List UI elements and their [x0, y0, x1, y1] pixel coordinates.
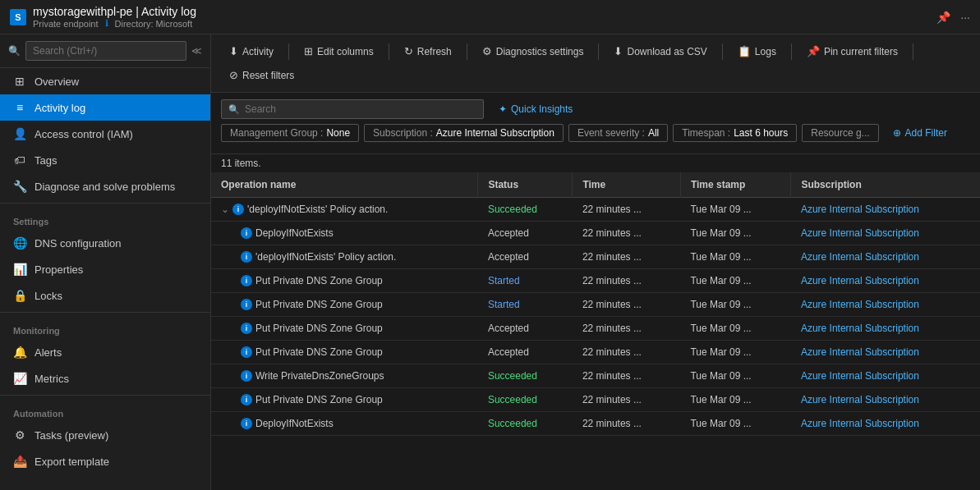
- sidebar-item-diagnose[interactable]: 🔧 Diagnose and solve problems: [0, 173, 210, 199]
- subscription-cell[interactable]: Azure Internal Subscription: [791, 245, 980, 269]
- properties-label: Properties: [35, 263, 83, 276]
- search-insights-row: 🔍 ✦ Quick Insights: [221, 99, 970, 119]
- subscription-cell[interactable]: Azure Internal Subscription: [791, 198, 980, 222]
- subscription-cell[interactable]: Azure Internal Subscription: [791, 388, 980, 412]
- settings-section-label: Settings: [0, 207, 210, 230]
- sidebar-item-overview[interactable]: ⊞ Overview: [0, 68, 210, 94]
- reset-filters-button[interactable]: ⊘ Reset filters: [221, 65, 302, 85]
- reset-filters-label: Reset filters: [242, 70, 294, 81]
- info-icon: i: [241, 346, 252, 358]
- sidebar-item-properties[interactable]: 📊 Properties: [0, 256, 210, 282]
- edit-columns-icon: ⊞: [304, 45, 313, 57]
- toolbar-divider-2: [389, 44, 389, 60]
- toolbar: ⬇ Activity ⊞ Edit columns ↻ Refresh ⚙ Di…: [211, 34, 980, 93]
- sidebar-item-alerts[interactable]: 🔔 Alerts: [0, 339, 210, 365]
- table-row[interactable]: iPut Private DNS Zone GroupAccepted22 mi…: [211, 317, 980, 341]
- subscription-cell[interactable]: Azure Internal Subscription: [791, 317, 980, 341]
- table-row[interactable]: iDeployIfNotExistsSucceeded22 minutes ..…: [211, 412, 980, 436]
- activity-label: Activity: [242, 46, 274, 57]
- operation-text: Put Private DNS Zone Group: [255, 275, 383, 286]
- table-row[interactable]: iPut Private DNS Zone GroupStarted22 min…: [211, 269, 980, 293]
- reset-filters-icon: ⊘: [229, 69, 238, 81]
- subscription-label: Subscription :: [373, 127, 433, 139]
- operation-name-cell: iPut Private DNS Zone Group: [211, 341, 478, 364]
- add-filter-label: Add Filter: [905, 127, 947, 139]
- table-row[interactable]: iPut Private DNS Zone GroupAccepted22 mi…: [211, 341, 980, 364]
- subtitle-endpoint: Private endpoint: [33, 19, 99, 29]
- status-cell: Accepted: [478, 245, 573, 269]
- download-csv-button[interactable]: ⬇ Download as CSV: [605, 41, 715, 62]
- quick-insights-label: Quick Insights: [511, 103, 573, 115]
- col-operation-name: Operation name: [211, 172, 478, 198]
- overview-icon: ⊞: [13, 75, 26, 88]
- filter-chip-subscription[interactable]: Subscription : Azure Internal Subscripti…: [364, 124, 564, 142]
- toolbar-divider-5: [722, 44, 723, 60]
- status-cell: Accepted: [478, 317, 573, 341]
- filter-chip-timespan[interactable]: Timespan : Last 6 hours: [673, 124, 797, 142]
- logs-label: Logs: [755, 46, 776, 57]
- activity-button[interactable]: ⬇ Activity: [221, 41, 282, 62]
- add-filter-button[interactable]: ⊕ Add Filter: [884, 124, 956, 142]
- time-cell: 22 minutes ...: [573, 269, 680, 293]
- table-row[interactable]: iDeployIfNotExistsAccepted22 minutes ...…: [211, 222, 980, 245]
- search-input[interactable]: [245, 103, 476, 115]
- timestamp-cell: Tue Mar 09 ...: [680, 245, 790, 269]
- sidebar-search-input[interactable]: [25, 41, 186, 61]
- quick-insights-button[interactable]: ✦ Quick Insights: [490, 100, 581, 118]
- info-icon: i: [241, 394, 252, 405]
- content-area: ⬇ Activity ⊞ Edit columns ↻ Refresh ⚙ Di…: [211, 34, 980, 490]
- pin-filters-button[interactable]: 📌 Pin current filters: [798, 41, 906, 62]
- info-icon: i: [241, 275, 252, 286]
- sidebar-item-activity-log[interactable]: ≡ Activity log: [0, 94, 210, 121]
- sidebar-item-tags[interactable]: 🏷 Tags: [0, 147, 210, 173]
- sidebar-item-export[interactable]: 📤 Export template: [0, 448, 210, 474]
- table-row[interactable]: ⌄ i'deployIfNotExists' Policy action.Suc…: [211, 198, 980, 222]
- sidebar-item-locks[interactable]: 🔒 Locks: [0, 282, 210, 309]
- edit-columns-button[interactable]: ⊞ Edit columns: [296, 41, 382, 62]
- sidebar-item-dns[interactable]: 🌐 DNS configuration: [0, 230, 210, 256]
- toolbar-divider-6: [791, 44, 792, 60]
- sidebar-item-metrics[interactable]: 📈 Metrics: [0, 365, 210, 392]
- refresh-button[interactable]: ↻ Refresh: [396, 41, 460, 62]
- sidebar: 🔍 ≪ ⊞ Overview ≡ Activity log 👤 Access c…: [0, 34, 211, 490]
- operation-name-cell: iWrite PrivateDnsZoneGroups: [211, 364, 478, 388]
- collapse-icon[interactable]: ≪: [191, 45, 202, 57]
- operation-name-cell: iPut Private DNS Zone Group: [211, 388, 478, 412]
- operation-text: Put Private DNS Zone Group: [255, 299, 383, 310]
- logs-icon: 📋: [738, 45, 751, 57]
- access-control-label: Access control (IAM): [35, 128, 133, 140]
- time-cell: 22 minutes ...: [573, 364, 680, 388]
- operation-name-cell: iPut Private DNS Zone Group: [211, 293, 478, 317]
- sidebar-divider-1: [0, 203, 210, 204]
- table-row[interactable]: iPut Private DNS Zone GroupStarted22 min…: [211, 293, 980, 317]
- management-group-label: Management Group :: [230, 127, 323, 139]
- pin-icon[interactable]: 📌: [936, 11, 950, 24]
- sidebar-item-access-control[interactable]: 👤 Access control (IAM): [0, 121, 210, 147]
- operation-name-cell: iDeployIfNotExists: [211, 412, 478, 436]
- timestamp-cell: Tue Mar 09 ...: [680, 293, 790, 317]
- table-row[interactable]: iPut Private DNS Zone GroupSucceeded22 m…: [211, 388, 980, 412]
- subscription-cell[interactable]: Azure Internal Subscription: [791, 222, 980, 245]
- filter-chip-event-severity[interactable]: Event severity : All: [568, 124, 668, 142]
- monitoring-section-label: Monitoring: [0, 316, 210, 339]
- expand-icon[interactable]: ⌄: [221, 204, 229, 215]
- sidebar-divider-3: [0, 395, 210, 396]
- status-cell: Succeeded: [478, 412, 573, 436]
- diagnostics-button[interactable]: ⚙ Diagnostics settings: [474, 41, 592, 62]
- subscription-cell[interactable]: Azure Internal Subscription: [791, 341, 980, 364]
- subscription-cell[interactable]: Azure Internal Subscription: [791, 364, 980, 388]
- logs-button[interactable]: 📋 Logs: [729, 41, 784, 62]
- table-row[interactable]: i'deployIfNotExists' Policy action.Accep…: [211, 245, 980, 269]
- filter-chip-resource-group[interactable]: Resource g...: [802, 124, 878, 142]
- sidebar-item-tasks[interactable]: ⚙ Tasks (preview): [0, 422, 210, 448]
- subscription-cell[interactable]: Azure Internal Subscription: [791, 412, 980, 436]
- subscription-cell[interactable]: Azure Internal Subscription: [791, 293, 980, 317]
- diagnose-icon: 🔧: [13, 180, 26, 193]
- info-icon: i: [241, 227, 252, 239]
- timestamp-cell: Tue Mar 09 ...: [680, 341, 790, 364]
- subscription-cell[interactable]: Azure Internal Subscription: [791, 269, 980, 293]
- more-icon[interactable]: ···: [960, 11, 970, 24]
- filter-chip-management-group[interactable]: Management Group : None: [221, 124, 359, 142]
- table-row[interactable]: iWrite PrivateDnsZoneGroupsSucceeded22 m…: [211, 364, 980, 388]
- quick-insights-icon: ✦: [499, 103, 507, 115]
